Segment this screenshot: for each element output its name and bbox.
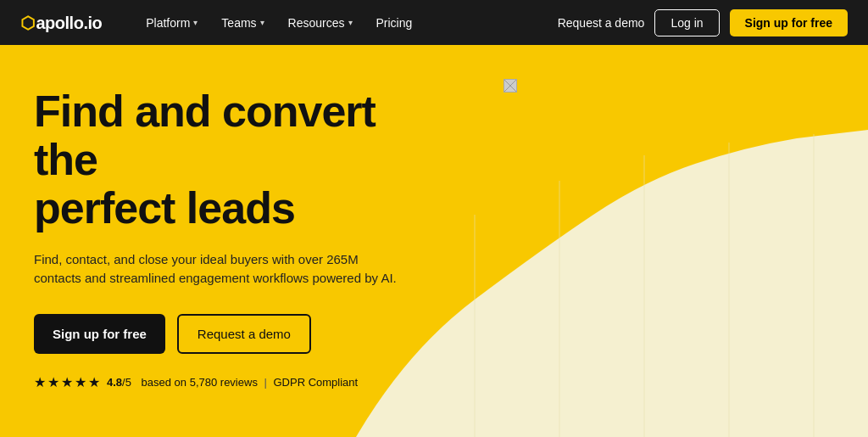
hero-buttons: Sign up for free Request a demo: [34, 314, 407, 354]
logo-symbol: ⬡: [20, 14, 35, 32]
hero-demo-button[interactable]: Request a demo: [177, 314, 311, 354]
nav-teams[interactable]: Teams ▾: [211, 11, 274, 35]
star-4: ★: [75, 374, 86, 390]
chevron-down-icon: ▾: [193, 18, 198, 27]
logo[interactable]: ⬡apollo.io: [20, 13, 102, 33]
hero-signup-button[interactable]: Sign up for free: [34, 314, 165, 354]
nav-right: Request a demo Log in Sign up for free: [558, 9, 848, 36]
broken-image-placeholder: [504, 79, 517, 92]
rating-text: 4.8/5 based on 5,780 reviews | GDPR Comp…: [107, 376, 358, 389]
logo-text: ⬡apollo.io: [20, 13, 102, 33]
nav-pricing[interactable]: Pricing: [366, 11, 423, 35]
hero-title: Find and convert the perfect leads: [34, 87, 407, 233]
signup-button[interactable]: Sign up for free: [730, 9, 848, 36]
hero-image: [487, 62, 868, 232]
chevron-down-icon: ▾: [348, 18, 353, 27]
request-demo-nav-link[interactable]: Request a demo: [558, 16, 645, 30]
star-1: ★: [34, 374, 46, 390]
star-2: ★: [47, 374, 59, 390]
hero-subtitle: Find, contact, and close your ideal buye…: [34, 250, 398, 289]
hero-section: Find and convert the perfect leads Find,…: [0, 45, 868, 437]
hero-content: Find and convert the perfect leads Find,…: [0, 45, 441, 416]
navbar: ⬡apollo.io Platform ▾ Teams ▾ Resources …: [0, 0, 868, 45]
nav-platform[interactable]: Platform ▾: [136, 11, 208, 35]
star-3: ★: [61, 374, 73, 390]
nav-links: Platform ▾ Teams ▾ Resources ▾ Pricing: [136, 11, 557, 35]
rating-row: ★ ★ ★ ★ ★ 4.8/5 based on 5,780 reviews |…: [34, 374, 407, 390]
star-5: ★: [88, 374, 100, 390]
star-rating: ★ ★ ★ ★ ★: [34, 374, 100, 390]
nav-resources[interactable]: Resources ▾: [278, 11, 363, 35]
login-button[interactable]: Log in: [654, 9, 719, 36]
chevron-down-icon: ▾: [260, 18, 264, 27]
